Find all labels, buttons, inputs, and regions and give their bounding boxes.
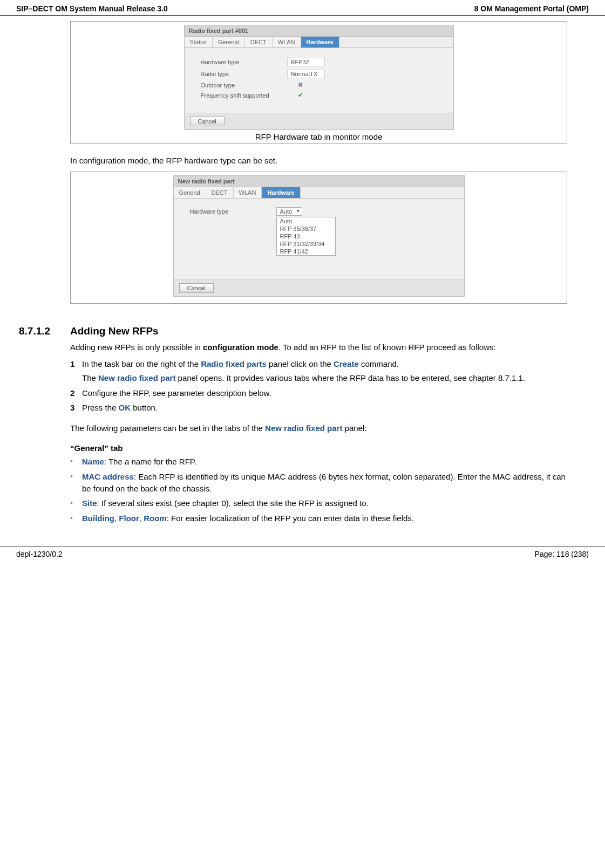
step-text: Press the OK button.	[82, 402, 567, 414]
dropdown-option[interactable]: RFP 41/42	[277, 248, 335, 255]
text: Adding new RFPs is only possible in	[70, 343, 203, 352]
label-hardware-type-2: Hardware type	[190, 208, 276, 215]
dropdown-option[interactable]: RFP 31/32/33/34	[277, 240, 335, 248]
dropdown-option[interactable]: Auto	[277, 217, 335, 225]
param-name: Name	[82, 457, 104, 466]
header-right: 8 OM Management Portal (OMP)	[474, 4, 589, 13]
value-radio-type: NormalTX	[287, 70, 325, 78]
figure-2: New radio fixed part General DECT WLAN H…	[70, 172, 567, 304]
tab-general[interactable]: General	[213, 37, 245, 47]
ui-ref: Create	[334, 359, 359, 368]
dropdown-selected[interactable]: Auto	[276, 207, 303, 216]
row-frequency-shift: Frequency shift supported ✔	[201, 92, 443, 99]
text: The following parameters can be set in t…	[70, 423, 265, 433]
step-number: 1	[70, 358, 82, 384]
text: button.	[131, 403, 158, 412]
section-heading: 8.7.1.2 Adding New RFPs	[19, 325, 567, 337]
header-left: SIP–DECT OM System Manual Release 3.0	[16, 4, 168, 13]
tab-general-2[interactable]: General	[174, 187, 206, 198]
tab-status[interactable]: Status	[185, 37, 213, 47]
page-header: SIP–DECT OM System Manual Release 3.0 8 …	[0, 0, 605, 16]
ui-ref: New radio fixed part	[98, 373, 175, 382]
tab-wlan[interactable]: WLAN	[273, 37, 301, 47]
page-footer: depl-1230/0.2 Page: 118 (238)	[0, 546, 605, 564]
step-3: 3 Press the OK button.	[70, 402, 567, 414]
dropdown-option[interactable]: RFP 43	[277, 233, 335, 240]
value-hardware-type: RFP32	[287, 58, 325, 66]
step-text: In the task bar on the right of the Radi…	[82, 358, 567, 384]
label-radio-type: Radio type	[201, 71, 287, 77]
check-icon: ✔	[298, 92, 303, 99]
text: The	[82, 373, 98, 382]
page-content: Radio fixed part #001 Status General DEC…	[0, 16, 605, 533]
label-hardware-type: Hardware type	[201, 59, 287, 65]
text: : If several sites exist (see chapter 0)…	[97, 498, 369, 508]
tab-dect[interactable]: DECT	[245, 37, 273, 47]
param-name: Floor	[119, 514, 139, 523]
text-bold: configuration mode	[203, 343, 278, 352]
step-number: 3	[70, 402, 82, 414]
general-tab-bullets: Name: The a name for the RFP. MAC addres…	[70, 456, 567, 524]
step-text: Configure the RFP, see parameter descrip…	[82, 387, 567, 399]
text: : The a name for the RFP.	[104, 457, 196, 466]
panel-title-2: New radio fixed part	[174, 176, 464, 187]
text: command.	[359, 359, 399, 368]
footer-right: Page: 118 (238)	[535, 550, 589, 558]
text: : Each RFP is identified by its unique M…	[82, 472, 566, 493]
text: . To add an RFP to the list of known RFP…	[278, 343, 496, 352]
steps-list: 1 In the task bar on the right of the Ra…	[70, 358, 567, 414]
label-outdoor-type: Outdoor type	[201, 82, 287, 88]
figure-1-caption: RFP Hardware tab in monitor mode	[74, 132, 563, 141]
text: : For easier localization of the RFP you…	[167, 514, 414, 523]
section-title: Adding New RFPs	[70, 325, 159, 337]
tab-dect-2[interactable]: DECT	[206, 187, 234, 198]
text: panel opens. It provides various tabs wh…	[175, 373, 525, 382]
bullet-text: MAC address: Each RFP is identified by i…	[82, 471, 567, 495]
text: panel:	[342, 423, 366, 433]
dropdown-options: Auto RFP 35/36/37 RFP 43 RFP 31/32/33/34…	[276, 217, 336, 256]
step-2: 2 Configure the RFP, see parameter descr…	[70, 387, 567, 399]
section-intro: Adding new RFPs is only possible in conf…	[70, 341, 567, 353]
footer-left: depl-1230/0.2	[16, 550, 63, 558]
tab-hardware[interactable]: Hardware	[301, 37, 339, 47]
hardware-type-dropdown[interactable]: Auto Auto RFP 35/36/37 RFP 43 RFP 31/32/…	[276, 208, 303, 215]
bullet-name: Name: The a name for the RFP.	[70, 456, 567, 468]
text: Press the	[82, 403, 119, 412]
tab-bar-2: General DECT WLAN Hardware	[174, 187, 464, 199]
label-frequency-shift: Frequency shift supported	[201, 92, 287, 99]
screenshot-monitor-mode: Radio fixed part #001 Status General DEC…	[184, 25, 454, 130]
row-radio-type: Radio type NormalTX	[201, 70, 443, 78]
row-outdoor-type: Outdoor type ✖	[201, 81, 443, 88]
text: ,	[139, 514, 144, 523]
row-hardware-type: Hardware type RFP32	[201, 58, 443, 66]
bullet-mac-address: MAC address: Each RFP is identified by i…	[70, 471, 567, 495]
ui-ref: Radio fixed parts	[201, 359, 267, 368]
param-name: Room	[144, 514, 167, 523]
text: In the task bar on the right of the	[82, 359, 201, 368]
dropdown-option[interactable]: RFP 35/36/37	[277, 225, 335, 233]
bullet-text: Site: If several sites exist (see chapte…	[82, 497, 567, 509]
after-steps: The following parameters can be set in t…	[70, 422, 567, 434]
cancel-button-2[interactable]: Cancel	[179, 283, 214, 293]
panel-footer-2: Cancel	[174, 279, 464, 296]
cancel-button[interactable]: Cancel	[190, 117, 225, 126]
x-icon: ✖	[298, 81, 303, 88]
row-hardware-type-2: Hardware type Auto Auto RFP 35/36/37 RFP…	[190, 208, 453, 215]
bullet-text: Building, Floor, Room: For easier locali…	[82, 512, 567, 524]
tab-bar: Status General DECT WLAN Hardware	[185, 37, 453, 48]
bullet-site: Site: If several sites exist (see chapte…	[70, 497, 567, 509]
panel-footer: Cancel	[185, 113, 453, 129]
step-1-sub: The New radio fixed part panel opens. It…	[82, 372, 567, 384]
param-name: Site	[82, 498, 97, 508]
param-name: MAC address	[82, 472, 134, 481]
tab-wlan-2[interactable]: WLAN	[234, 187, 262, 198]
intro-paragraph: In configuration mode, the RFP hardware …	[70, 155, 567, 166]
figure-1: Radio fixed part #001 Status General DEC…	[70, 21, 567, 144]
screenshot-config-mode: New radio fixed part General DECT WLAN H…	[173, 175, 465, 297]
step-number: 2	[70, 387, 82, 399]
text: panel click on the	[267, 359, 334, 368]
section-number: 8.7.1.2	[19, 325, 70, 337]
param-name: Building	[82, 514, 114, 523]
tab-hardware-2[interactable]: Hardware	[262, 187, 300, 198]
bullet-text: Name: The a name for the RFP.	[82, 456, 567, 468]
